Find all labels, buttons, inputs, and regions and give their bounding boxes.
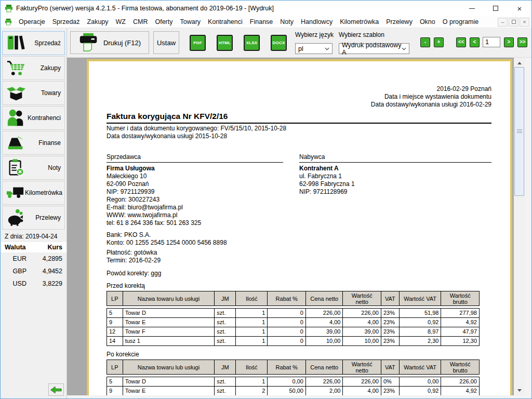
- restore-icon: [512, 20, 516, 24]
- minimize-button[interactable]: [460, 1, 484, 16]
- rates-date: Z dnia: 2019-04-24: [1, 232, 66, 242]
- scroll-down-button[interactable]: [515, 386, 524, 394]
- truck-icon: [5, 182, 25, 203]
- table-cell: 3,8229: [31, 277, 66, 290]
- zoom-out-button[interactable]: -: [420, 37, 430, 47]
- page-number-input[interactable]: [483, 37, 500, 47]
- sidebar-item-sprzedaz[interactable]: Sprzedaż: [2, 31, 65, 55]
- column-header: LP: [107, 291, 123, 306]
- menu-item[interactable]: Finanse: [246, 17, 276, 26]
- settings-button[interactable]: Ustaw: [153, 31, 179, 54]
- last-page-button[interactable]: >>: [517, 37, 527, 47]
- export-xlsx-button[interactable]: XLSX: [244, 35, 260, 51]
- first-page-button[interactable]: <<: [456, 37, 466, 47]
- table-cell: 1: [236, 377, 268, 387]
- menu-item[interactable]: Kontrahenci: [204, 17, 246, 26]
- column-header: Wartość brutto: [441, 360, 480, 375]
- menu-item[interactable]: O programie: [439, 17, 482, 26]
- table-cell: szt.: [215, 377, 236, 387]
- column-header: Wartość netto: [343, 360, 381, 375]
- template-select[interactable]: Wydruk podstawowy A: [339, 43, 409, 54]
- table-cell: 10,00: [343, 337, 381, 346]
- sidebar-item-przelewy[interactable]: Przelewy: [2, 206, 65, 230]
- zoom-in-button[interactable]: +: [434, 37, 444, 47]
- sidebar-item-label: Kilometrówka: [25, 189, 62, 196]
- sidebar-item-label: Kontrahenci: [28, 114, 61, 122]
- table-cell: 8,97: [399, 327, 441, 337]
- back-arrow-icon: [50, 386, 62, 394]
- template-value: Wydruk podstawowy A: [342, 42, 402, 56]
- table-cell: tusz 1: [123, 337, 215, 346]
- print-toolbar: Drukuj (F12) Ustaw PDF HTML XLSX DOCX Wy…: [67, 28, 531, 58]
- vertical-scrollbar[interactable]: [514, 58, 525, 395]
- table-cell: 23%: [381, 327, 400, 337]
- menu-item[interactable]: Operacje: [15, 17, 49, 26]
- mdi-minimize-button[interactable]: –: [498, 18, 508, 26]
- menu-item[interactable]: Kilometrówka: [336, 17, 382, 26]
- menu-bar: OperacjeSprzedażZakupyWZCMROfertyTowaryK…: [1, 16, 531, 28]
- sidebar-item-label: Zakupy: [41, 64, 61, 72]
- sidebar-item-finanse[interactable]: Finanse: [2, 131, 65, 155]
- window-title: FakturyPro (serwer) wersja 4.2.1.5 - Fir…: [16, 5, 274, 12]
- delivery-caption: Data dostawy/wykonania usługi 2016-02-29: [107, 101, 491, 109]
- column-header: Cena netto: [305, 360, 342, 375]
- title-bar: FakturyPro (serwer) wersja 4.2.1.5 - Fir…: [1, 1, 531, 16]
- language-value: pl: [298, 45, 303, 52]
- sidebar-item-kilometrowka[interactable]: Kilometrówka: [2, 181, 65, 205]
- previous-page-button[interactable]: <: [470, 37, 480, 47]
- table-cell: 0,92: [399, 318, 441, 327]
- table-cell: 4,00: [343, 387, 381, 396]
- table-header-row: LPNazwa towaru lub usługiJMIlośćRabat %C…: [107, 360, 480, 375]
- table-cell: Towar E: [123, 387, 215, 396]
- print-button[interactable]: Drukuj (F12): [70, 31, 149, 54]
- arrow-up-icon: [517, 62, 522, 64]
- language-select[interactable]: pl: [295, 43, 332, 54]
- table-cell: 0,00: [399, 377, 441, 387]
- sidebar-item-kontrahenci[interactable]: Kontrahenci: [2, 106, 65, 130]
- table-cell: 226,00: [343, 309, 381, 318]
- table-cell: 51,98: [399, 309, 441, 318]
- table-cell: 10,00: [305, 337, 342, 346]
- menu-item[interactable]: Oferty: [151, 17, 176, 26]
- menu-item[interactable]: Sprzedaż: [49, 17, 84, 26]
- menu-item[interactable]: WZ: [112, 17, 129, 26]
- menu-item[interactable]: Noty: [276, 17, 297, 26]
- export-docx-button[interactable]: DOCX: [271, 35, 287, 51]
- column-header: Wartość netto: [343, 291, 381, 306]
- close-button[interactable]: ×: [508, 1, 531, 16]
- minimize-icon: [469, 8, 475, 9]
- sidebar-item-towary[interactable]: Towary: [2, 81, 65, 105]
- seller-heading: Sprzedawca: [107, 153, 283, 163]
- menu-item[interactable]: CMR: [129, 17, 151, 26]
- mdi-restore-button[interactable]: [509, 18, 518, 26]
- back-button[interactable]: [48, 383, 64, 396]
- menu-item[interactable]: Zakupy: [84, 17, 112, 26]
- export-html-button[interactable]: HTML: [217, 35, 233, 51]
- column-header: Wartość brutto: [441, 291, 480, 306]
- menu-item[interactable]: Okno: [416, 17, 439, 26]
- table-cell: 2,30: [399, 337, 441, 346]
- menu-item[interactable]: Przelewy: [382, 17, 416, 26]
- scroll-up-button[interactable]: [515, 59, 524, 67]
- seller-line: NIP: 9721129939: [107, 188, 299, 196]
- corrected-delivery-line: Data dostawy/wykonania usługi 2015-10-28: [107, 132, 491, 140]
- next-page-button[interactable]: >: [504, 37, 514, 47]
- maximize-button[interactable]: [484, 1, 508, 16]
- table-cell: GBP: [1, 265, 31, 277]
- chevron-down-icon: [325, 47, 329, 50]
- table-cell: 5: [107, 309, 123, 318]
- menu-item[interactable]: Towary: [177, 17, 205, 26]
- sidebar-item-zakupy[interactable]: Zakupy: [2, 56, 65, 80]
- books-icon: [5, 33, 27, 54]
- app-icon: [5, 4, 13, 12]
- table-cell: 2,00: [305, 387, 342, 396]
- table-cell: 226,00: [305, 309, 342, 318]
- sidebar-item-noty[interactable]: Noty: [2, 156, 65, 180]
- export-pdf-button[interactable]: PDF: [190, 35, 206, 51]
- scrollbar-thumb[interactable]: [514, 67, 524, 196]
- table-cell: 23%: [381, 337, 400, 346]
- mdi-close-button[interactable]: ×: [520, 18, 529, 26]
- table-cell: Towar F: [123, 327, 215, 337]
- table-cell: 2: [236, 387, 268, 396]
- menu-item[interactable]: Handlowcy: [297, 17, 336, 26]
